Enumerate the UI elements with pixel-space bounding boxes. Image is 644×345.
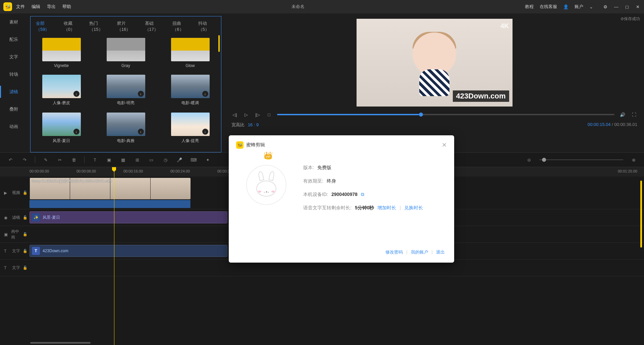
filter-thumbnail <box>171 38 210 61</box>
tab-animation[interactable]: 动画 <box>0 118 28 135</box>
filter-tab-film[interactable]: 胶片（16） <box>117 20 137 32</box>
filter-thumbnail <box>42 38 81 61</box>
filter-item[interactable]: ↓电影-明亮 <box>100 75 151 106</box>
text-tool-icon[interactable]: T <box>91 156 99 163</box>
freeze-icon[interactable]: ▭ <box>148 156 155 163</box>
dialog-close-icon[interactable]: ✕ <box>442 141 447 149</box>
fullscreen-icon[interactable]: ⛶ <box>631 111 637 118</box>
tab-text[interactable]: 文字 <box>0 48 28 66</box>
filter-tab-basic[interactable]: 基础（17） <box>145 20 165 32</box>
enhance-icon[interactable]: ✦ <box>204 156 211 163</box>
lock-icon[interactable]: 🔓 <box>23 249 28 253</box>
duration-icon[interactable]: ◷ <box>162 156 169 163</box>
account-dialog: 🐝 蜜蜂剪辑 ✕ 👑VIP • ᴥ • 版本:免费版 有效期至:终身 本机设备I… <box>229 135 454 263</box>
lock-icon[interactable]: 🔓 <box>23 191 28 195</box>
split-icon[interactable]: ⊞ <box>133 156 141 163</box>
audio-waveform[interactable] <box>30 200 191 208</box>
filter-category-tabs: 全部（59） 收藏（0） 热门（15） 胶片（16） 基础（17） 扭曲（6） … <box>36 20 216 32</box>
tab-overlay[interactable]: 叠附 <box>0 100 28 118</box>
zoom-out-icon[interactable]: ⊖ <box>525 156 533 163</box>
filter-item[interactable]: ↓人像-提亮 <box>165 113 216 144</box>
speech-icon[interactable]: ⌨ <box>190 156 197 163</box>
add-time-link[interactable]: 增加时长 <box>377 205 396 211</box>
video-clip[interactable]: Sony.4K.DEMO.[索尼4K演示片].12Bit.HEVC.mkv <box>30 178 191 199</box>
download-icon[interactable]: ↓ <box>138 129 144 135</box>
minimize-icon[interactable]: — <box>613 4 619 10</box>
menu-export[interactable]: 导出 <box>47 4 56 10</box>
aspect-label: 宽高比 <box>231 122 245 127</box>
lock-icon[interactable]: 🔓 <box>23 215 28 220</box>
text-clip[interactable]: T423Down.com <box>30 245 227 257</box>
filter-item[interactable]: ↓风景-夏日 <box>36 113 87 144</box>
ruler-mark: 00:00:00.00 <box>30 167 76 177</box>
account-link[interactable]: 账户 <box>575 4 583 10</box>
clip-title: Sony.4K.DEMO.[索尼4K演示片].12Bit.HEVC.mkv <box>32 179 112 184</box>
seek-bar[interactable] <box>277 114 614 115</box>
copy-icon[interactable]: ⧉ <box>361 192 364 198</box>
filter-item[interactable]: ↓人像-磨皮 <box>36 75 87 106</box>
filter-clip[interactable]: ✨风景-夏日 <box>30 211 227 223</box>
stop-icon[interactable]: □ <box>266 111 272 118</box>
filter-thumbnail: ↓ <box>42 75 81 98</box>
edit-icon[interactable]: ✎ <box>42 156 49 163</box>
redo-icon[interactable]: ↷ <box>21 156 28 163</box>
timeline-scrollbar-h[interactable] <box>30 342 91 344</box>
tab-filter[interactable]: 滤镜 <box>0 83 28 100</box>
volume-icon[interactable]: 🔊 <box>619 111 626 118</box>
maximize-icon[interactable]: ◻ <box>624 4 630 10</box>
chevron-down-icon[interactable]: ⌄ <box>589 4 593 9</box>
next-frame-icon[interactable]: |▷ <box>254 111 261 118</box>
tab-transition[interactable]: 转场 <box>0 66 28 83</box>
filter-item[interactable]: Vignette <box>36 38 87 68</box>
download-icon[interactable]: ↓ <box>202 129 208 135</box>
menu-file[interactable]: 文件 <box>16 4 25 10</box>
lock-icon[interactable]: 🔓 <box>23 266 28 270</box>
menu-edit[interactable]: 编辑 <box>32 4 40 10</box>
filter-tab-hot[interactable]: 热门（15） <box>89 20 109 32</box>
tab-music[interactable]: 配乐 <box>0 31 28 48</box>
voiceover-icon[interactable]: 🎤 <box>176 156 183 163</box>
zoom-slider[interactable] <box>539 159 623 160</box>
time-display: 00:00:15.04 / 00:00:36.01 <box>588 122 637 128</box>
stt-remaining-value: 5分钟0秒 <box>355 205 374 211</box>
delete-icon[interactable]: 🗑 <box>70 156 77 163</box>
filter-item[interactable]: ↓电影-暖调 <box>165 75 216 106</box>
filter-item[interactable]: Gray <box>100 38 151 68</box>
menu-help[interactable]: 帮助 <box>62 4 71 10</box>
download-icon[interactable]: ↓ <box>202 91 208 97</box>
zoom-in-icon[interactable]: ⊕ <box>630 156 637 163</box>
crop-icon[interactable]: ▣ <box>105 156 113 163</box>
undo-icon[interactable]: ↶ <box>7 156 14 163</box>
my-account-link[interactable]: 我的账户 <box>411 249 428 255</box>
prev-frame-icon[interactable]: ◁| <box>231 111 238 118</box>
link-support[interactable]: 在线客服 <box>540 4 557 10</box>
filter-tab-fav[interactable]: 收藏（0） <box>64 20 81 32</box>
download-icon[interactable]: ↓ <box>138 91 144 97</box>
tab-media[interactable]: 素材 <box>0 13 28 31</box>
playhead[interactable] <box>114 167 114 345</box>
filter-item[interactable]: Glow <box>165 38 216 68</box>
text-track-label: 文字 <box>12 248 20 254</box>
resolution-badge: 4K <box>500 22 509 30</box>
play-icon[interactable]: ▷ <box>243 111 250 118</box>
document-title: 未命名 <box>71 4 525 10</box>
logout-link[interactable]: 退出 <box>436 249 445 255</box>
download-icon[interactable]: ↓ <box>73 129 79 135</box>
settings-icon[interactable]: ⚙ <box>602 4 608 10</box>
change-password-link[interactable]: 修改密码 <box>385 249 403 255</box>
pip-track-icon: ▣ <box>4 232 9 237</box>
close-icon[interactable]: ✕ <box>635 4 641 10</box>
lock-icon[interactable]: 🔓 <box>23 232 28 236</box>
filter-tab-distort[interactable]: 扭曲（6） <box>172 20 190 32</box>
mosaic-icon[interactable]: ▦ <box>119 156 127 163</box>
cut-icon[interactable]: ✂ <box>56 156 63 163</box>
aspect-ratio[interactable]: 宽高比 16 : 9 <box>231 122 259 128</box>
filter-item[interactable]: ↓电影-典雅 <box>100 113 151 144</box>
link-tutorial[interactable]: 教程 <box>525 4 534 10</box>
download-icon[interactable]: ↓ <box>73 91 79 97</box>
panel-scrollbar[interactable] <box>218 35 220 52</box>
timeline-scrollbar-v[interactable] <box>640 181 642 248</box>
filter-tab-shake[interactable]: 抖动（5） <box>198 20 216 32</box>
redeem-time-link[interactable]: 兑换时长 <box>404 205 423 211</box>
filter-tab-all[interactable]: 全部（59） <box>36 20 56 32</box>
